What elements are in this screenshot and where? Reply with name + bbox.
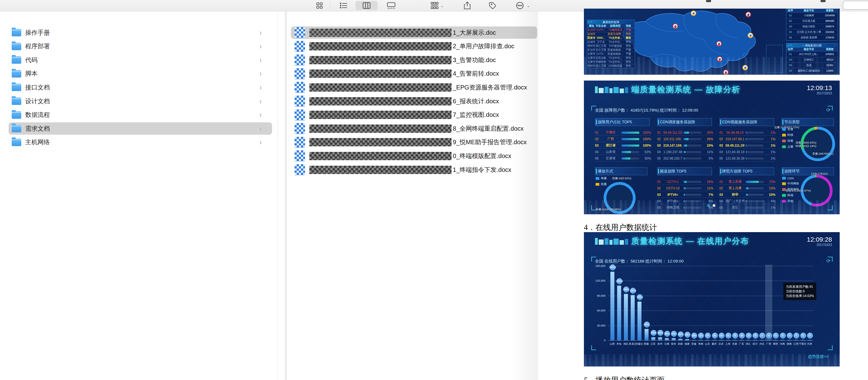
file-row[interactable]: 9_悦ME助手报告管理.docx xyxy=(294,136,537,149)
sidebar-item-程序部署[interactable]: 程序部署› xyxy=(12,40,272,53)
file-name: 1_终端指令下发.docx xyxy=(453,166,511,174)
rank-number: 03 xyxy=(719,193,725,197)
file-row[interactable]: 1_大屏展示.doc xyxy=(294,26,537,39)
column-header: 播放节目 xyxy=(795,48,824,51)
y-axis-tick: 0 xyxy=(591,339,606,342)
y-axis-tick: 150,000 xyxy=(591,265,606,268)
bar[interactable] xyxy=(624,294,628,340)
table-cell: 警告 xyxy=(624,44,632,48)
rank-pct: 1% xyxy=(765,131,775,134)
table-cell: 05 xyxy=(786,35,795,40)
bar[interactable] xyxy=(658,337,662,340)
donut-label: 其他:24133(55.97%) xyxy=(785,189,811,193)
rank-number: 04 xyxy=(657,150,663,154)
file-row[interactable]: 2_单用户故障排查.doc xyxy=(294,40,537,53)
bar[interactable] xyxy=(610,272,614,340)
file-row[interactable]: 7_监控视图.docx xyxy=(294,108,537,122)
table-cell: 朔州市 xyxy=(587,44,596,48)
rank-row: 01爱上直播72% xyxy=(719,179,775,185)
legend-item: CDN xyxy=(782,176,799,180)
bar-value-balloon: 7 xyxy=(760,333,765,339)
close-icon[interactable]: × ↗ xyxy=(588,20,592,24)
file-row[interactable]: 4_告警前转.docx xyxy=(294,67,537,80)
file-row[interactable]: _EPG资源服务器管理.docx xyxy=(294,80,537,94)
map-pin-red[interactable] xyxy=(745,12,751,17)
bar[interactable] xyxy=(631,295,635,340)
close-icon[interactable]: × ↗ xyxy=(787,43,792,48)
x-axis-label: 陕西 xyxy=(772,342,779,346)
redacted-filename-block xyxy=(309,56,452,64)
bar[interactable] xyxy=(645,329,649,340)
table-row: 朔州市浙江卫视CDN响应慢警告 xyxy=(587,64,635,68)
tag-icon[interactable] xyxy=(486,1,499,10)
table-row: 05战狼12725 xyxy=(786,73,838,75)
map-pin-orange[interactable] xyxy=(742,65,748,70)
more-circle-icon[interactable]: ⌄ xyxy=(512,1,534,10)
table-row: 朔州市浙江卫视TCP建连慢警告 xyxy=(587,44,635,48)
bar[interactable] xyxy=(651,337,655,340)
group-by-icon[interactable]: ⌄ xyxy=(430,1,444,10)
list-view-icon[interactable] xyxy=(337,1,350,10)
sidebar-item-脚本[interactable]: 脚本› xyxy=(12,67,272,80)
frame-corner xyxy=(591,106,596,111)
bar[interactable] xyxy=(617,286,621,340)
rank-bar xyxy=(684,194,702,196)
file-row[interactable]: 3_告警功能.doc xyxy=(294,53,537,67)
map-pin-red[interactable] xyxy=(673,23,678,29)
word-doc-icon xyxy=(294,82,305,93)
rank-number: 01 xyxy=(595,131,601,134)
sidebar-item-数据流程[interactable]: 数据流程› xyxy=(12,108,272,122)
bar[interactable] xyxy=(638,302,642,340)
panel-title: 节目类型 xyxy=(781,118,834,126)
scrollbar[interactable] xyxy=(285,11,287,380)
column-view-icon[interactable] xyxy=(355,1,378,10)
tooltip-line: 当前在线率:14.63% xyxy=(786,293,814,298)
share-icon[interactable] xyxy=(461,1,474,10)
map-pin-red[interactable] xyxy=(717,56,722,62)
gallery-view-icon[interactable] xyxy=(384,1,398,10)
file-name: 1_大屏展示.doc xyxy=(453,29,496,37)
sidebar-item-操作手册[interactable]: 操作手册› xyxy=(12,26,272,39)
rank-row: 05202.98.230.785% xyxy=(657,156,713,162)
map-pin-red[interactable] xyxy=(723,69,728,75)
bar-value-balloon: 6448 xyxy=(651,330,656,336)
sidebar-item-代码[interactable]: 代码› xyxy=(12,53,272,67)
table-cell: 乐高大电影 xyxy=(596,56,606,60)
table-cell: TS文件传... xyxy=(606,40,624,44)
column-divider[interactable] xyxy=(278,11,278,380)
bar-value-balloon: 12 xyxy=(752,333,758,339)
donut-label: 直播:28670(69.1) xyxy=(812,152,834,156)
file-row[interactable]: 6_报表统计.docx xyxy=(294,94,537,108)
chevron-down-icon: ⌄ xyxy=(440,3,444,8)
rank-bar-fill xyxy=(746,151,746,153)
bar[interactable] xyxy=(665,338,669,340)
sidebar-item-主机网络[interactable]: 主机网络› xyxy=(12,136,272,149)
redacted-filename-block xyxy=(309,29,452,37)
table-cell: 249901 xyxy=(824,51,836,57)
rank-row: 0159.49.111.22229% xyxy=(657,130,713,136)
map-inset-south-china-sea xyxy=(766,45,783,73)
map-pin-orange[interactable] xyxy=(691,10,696,16)
folder-label: 需求文档 xyxy=(25,125,50,133)
file-row[interactable]: 1_终端指令下发.docx xyxy=(294,163,537,176)
rank-number: 03 xyxy=(657,144,663,147)
map-pin-red[interactable] xyxy=(716,41,722,46)
rank-bar xyxy=(684,181,702,183)
cropped-toolbar-icon xyxy=(820,0,826,2)
sidebar-item-设计文档[interactable]: 设计文档› xyxy=(12,94,272,108)
map-pin-orange[interactable] xyxy=(748,33,753,38)
more-icon[interactable]: 〉 xyxy=(834,43,837,48)
file-row[interactable]: 8_全网终端重启配置.docx xyxy=(294,122,537,135)
sidebar-item-需求文档[interactable]: 需求文档› xyxy=(12,122,272,135)
search-field[interactable] xyxy=(843,1,868,10)
rank-name: CCTV-13 xyxy=(663,186,682,190)
rank-bar-fill xyxy=(684,187,685,189)
pixelated-logo xyxy=(595,238,628,245)
rank-bar xyxy=(746,194,764,196)
preview-image-fault-dashboard: 端质量检测系统 — 故障分析12:09:132017/10/23全国 故障用户数… xyxy=(584,80,840,214)
sidebar-item-接口文档[interactable]: 接口文档› xyxy=(12,80,272,94)
folder-icon xyxy=(12,111,21,119)
rank-name: 219.147.159.247 xyxy=(663,144,682,147)
grid-view-icon[interactable] xyxy=(313,1,326,10)
file-row[interactable]: 0_终端模版配置.docx xyxy=(294,149,537,163)
